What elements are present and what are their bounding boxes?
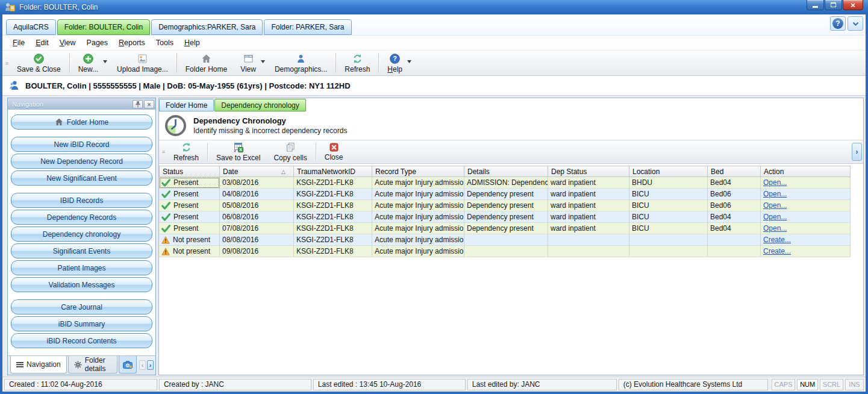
cell-record-type[interactable]: Acute major Injury admission ( <box>372 200 464 211</box>
minimize-button[interactable] <box>807 0 824 10</box>
cell-dep-status[interactable]: ward inpatient <box>548 200 629 211</box>
table-row[interactable]: Present05/08/2016KSGI-Z2D1-FLK8Acute maj… <box>159 200 863 211</box>
cell-bed[interactable]: Bed04 <box>708 177 761 189</box>
cell-date[interactable]: 04/08/2016 <box>220 189 294 200</box>
table-row[interactable]: Present07/08/2016KSGI-Z2D1-FLK8Acute maj… <box>159 223 863 234</box>
column-header-bed[interactable]: Bed <box>708 166 761 177</box>
panel-close-button[interactable]: × <box>144 100 154 108</box>
cell-bed[interactable] <box>708 234 761 246</box>
cell-bed[interactable]: Bed06 <box>708 189 761 200</box>
cell-details[interactable] <box>464 234 548 246</box>
cell-location[interactable]: BICU <box>629 200 708 211</box>
cell-trauma-network-id[interactable]: KSGI-Z2D1-FLK8 <box>294 223 372 234</box>
table-row[interactable]: Not present08/08/2016KSGI-Z2D1-FLK8Acute… <box>159 234 863 246</box>
nav-button-new-dependency-record[interactable]: New Dependency Record <box>11 154 152 169</box>
nav-button-significant-events[interactable]: Significant Events <box>11 243 152 258</box>
nav-button-ibid-records[interactable]: IBID Records <box>11 193 152 208</box>
toolbar-grip[interactable]: ≡ <box>160 140 167 163</box>
cell-bed[interactable] <box>708 246 761 257</box>
cell-status[interactable]: Not present <box>159 234 220 246</box>
cell-location[interactable]: BICU <box>629 211 708 223</box>
cell-action[interactable]: Open... <box>761 223 851 234</box>
pin-button[interactable] <box>133 100 143 108</box>
cell-dep-status[interactable]: ward inpatient <box>548 223 629 234</box>
menu-help[interactable]: Help <box>179 36 205 49</box>
action-link-open[interactable]: Open... <box>763 213 787 221</box>
column-header-status[interactable]: Status <box>159 166 220 177</box>
help-button[interactable]: ? <box>830 16 846 31</box>
cell-bed[interactable]: Bed06 <box>708 200 761 211</box>
table-row[interactable]: Present06/08/2016KSGI-Z2D1-FLK8Acute maj… <box>159 211 863 223</box>
column-header-details[interactable]: Details <box>464 166 548 177</box>
action-link-open[interactable]: Open... <box>763 201 787 210</box>
menu-pages[interactable]: Pages <box>81 36 113 49</box>
close-button[interactable]: × <box>843 0 863 10</box>
doc-tab-demographics-parker-sara[interactable]: Demographics:PARKER, Sara <box>151 19 263 35</box>
cell-action[interactable]: Open... <box>761 211 851 223</box>
nav-button-new-ibid-record[interactable]: New iBID Record <box>11 137 152 152</box>
menu-tools[interactable]: Tools <box>151 36 179 49</box>
cell-status[interactable]: Present <box>159 200 220 211</box>
maximize-button[interactable] <box>825 0 842 10</box>
copy-cells-button[interactable]: Copy cells <box>267 140 313 163</box>
tab-list-dropdown-button[interactable] <box>848 16 863 31</box>
action-link-create[interactable]: Create... <box>763 236 791 244</box>
nav-button-ibid-record-contents[interactable]: iBID Record Contents <box>11 333 152 348</box>
table-row[interactable]: Present04/08/2016KSGI-Z2D1-FLK8Acute maj… <box>159 189 863 200</box>
nav-button-new-significant-event[interactable]: New Significant Event <box>11 170 152 186</box>
cell-trauma-network-id[interactable]: KSGI-Z2D1-FLK8 <box>294 234 372 246</box>
toolbar-overflow-button[interactable]: › <box>852 143 862 161</box>
nav-button-ibid-summary[interactable]: iBID Summary <box>11 316 152 331</box>
cell-action[interactable]: Open... <box>761 189 851 200</box>
cell-action[interactable]: Open... <box>761 177 851 189</box>
new-button[interactable]: New... <box>72 51 110 75</box>
cell-record-type[interactable]: Acute major Injury admission ( <box>372 234 464 246</box>
nav-button-patient-images[interactable]: Patient Images <box>11 260 152 275</box>
nav-button-dependency-records[interactable]: Dependency Records <box>11 210 152 225</box>
doc-tab-aquilacrs[interactable]: AquilaCRS <box>6 19 56 35</box>
menu-file[interactable]: File <box>7 36 30 49</box>
doc-tab-folder-parker-sara[interactable]: Folder: PARKER, Sara <box>264 19 351 35</box>
cell-status[interactable]: Present <box>159 189 220 200</box>
cell-record-type[interactable]: Acute major Injury admission ( <box>372 177 464 189</box>
cell-action[interactable]: Create... <box>761 246 851 257</box>
refresh-button[interactable]: Refresh <box>338 51 376 75</box>
cell-action[interactable]: Create... <box>761 234 851 246</box>
page-tab-dependency-chronology[interactable]: Dependency chronology <box>214 99 305 111</box>
cell-date[interactable]: 05/08/2016 <box>220 200 294 211</box>
toolbar-grip[interactable]: ≡ <box>4 51 10 75</box>
action-link-open[interactable]: Open... <box>763 178 787 187</box>
cell-location[interactable]: BICU <box>629 223 708 234</box>
cell-date[interactable]: 03/08/2016 <box>220 177 294 189</box>
cell-details[interactable]: Dependency present <box>464 211 548 223</box>
cell-dep-status[interactable] <box>548 246 629 257</box>
refresh-button[interactable]: Refresh <box>167 140 205 163</box>
demographics-button[interactable]: Demographics... <box>268 51 334 75</box>
cell-status[interactable]: Not present <box>159 246 220 257</box>
column-header-dep-status[interactable]: Dep Status <box>548 166 629 177</box>
nav-button-folder-home[interactable]: Folder Home <box>11 114 152 130</box>
cell-record-type[interactable]: Acute major Injury admission ( <box>372 246 464 257</box>
cell-date[interactable]: 07/08/2016 <box>220 223 294 234</box>
column-header-location[interactable]: Location <box>629 166 708 177</box>
action-link-create[interactable]: Create... <box>763 247 791 255</box>
cell-dep-status[interactable] <box>548 234 629 246</box>
tab-scroll-right-button[interactable]: › <box>147 360 154 370</box>
nav-button-dependency-chronology[interactable]: Dependency chronology <box>11 227 152 242</box>
cell-details[interactable]: Dependency present <box>464 223 548 234</box>
folder-home-button[interactable]: Folder Home <box>179 51 234 75</box>
cell-dep-status[interactable]: ward inpatient <box>548 177 629 189</box>
cell-date[interactable]: 09/08/2016 <box>220 246 294 257</box>
save-to-excel-button[interactable]: XSave to Excel <box>210 140 267 163</box>
cell-bed[interactable]: Bed04 <box>708 223 761 234</box>
table-row[interactable]: Not present09/08/2016KSGI-Z2D1-FLK8Acute… <box>159 246 863 257</box>
action-link-open[interactable]: Open... <box>763 190 787 198</box>
cell-date[interactable]: 06/08/2016 <box>220 211 294 223</box>
cell-trauma-network-id[interactable]: KSGI-Z2D1-FLK8 <box>294 246 372 257</box>
menu-view[interactable]: View <box>54 36 81 49</box>
upload-image-button[interactable]: Upload Image... <box>110 51 175 75</box>
column-header-record-type[interactable]: Record Type <box>372 166 464 177</box>
cell-record-type[interactable]: Acute major Injury admission ( <box>372 189 464 200</box>
tab-folder-details[interactable]: Folder details <box>68 356 117 374</box>
tab-patient-images[interactable] <box>119 356 137 374</box>
